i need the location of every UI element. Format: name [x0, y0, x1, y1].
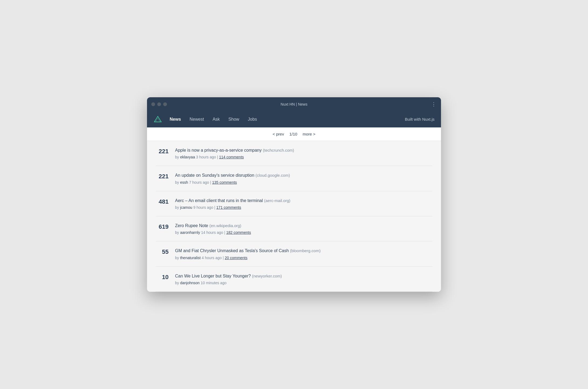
table-row: 55 GM and Fiat Chrysler Unmasked as Tesl… [156, 241, 432, 266]
browser-menu-icon[interactable]: ⋮ [431, 101, 437, 107]
news-author[interactable]: thenaturalist [180, 256, 201, 260]
logo[interactable] [153, 115, 162, 124]
news-body: Aerc – An email client that runs in the … [175, 198, 432, 210]
next-button[interactable]: more > [303, 132, 315, 136]
window-title: Nuxt HN | News [281, 102, 307, 106]
news-title-link[interactable]: An update on Sunday's service disruption [175, 173, 254, 178]
title-bar: Nuxt HN | News ⋮ [147, 97, 441, 111]
news-domain: (cloud.google.com) [255, 173, 290, 178]
nav-bar: News Newest Ask Show Jobs Built with Nux… [147, 111, 441, 127]
news-body: An update on Sunday's service disruption… [175, 172, 432, 184]
news-title-link[interactable]: Can We Live Longer but Stay Younger? [175, 274, 251, 278]
score: 221 [156, 147, 169, 155]
nav-links: News Newest Ask Show Jobs [170, 117, 257, 122]
score: 619 [156, 223, 169, 230]
news-body: GM and Fiat Chrysler Unmasked as Tesla's… [175, 248, 432, 260]
score: 221 [156, 172, 169, 180]
table-row: 481 Aerc – An email client that runs in … [156, 191, 432, 216]
news-title-link[interactable]: Apple is now a privacy-as-a-service comp… [175, 148, 262, 152]
news-meta: by eklavyaa 3 hours ago | 114 comments [175, 155, 432, 159]
svg-marker-0 [154, 116, 161, 122]
table-row: 619 Zero Rupee Note (en.wikipedia.org) b… [156, 216, 432, 241]
news-title: Apple is now a privacy-as-a-service comp… [175, 147, 432, 153]
news-domain: (bloomberg.com) [290, 248, 320, 253]
page-indicator: 1/10 [289, 132, 297, 136]
news-meta: by essh 7 hours ago | 135 comments [175, 180, 432, 185]
news-meta: by thenaturalist 4 hours ago | 20 commen… [175, 256, 432, 260]
table-row: 221 Apple is now a privacy-as-a-service … [156, 141, 432, 166]
news-author[interactable]: aaronharnly [180, 230, 200, 235]
nav-link-show[interactable]: Show [228, 117, 239, 122]
news-domain: (newyorker.com) [252, 274, 282, 278]
news-body: Zero Rupee Note (en.wikipedia.org) by aa… [175, 223, 432, 235]
table-row: 221 An update on Sunday's service disrup… [156, 166, 432, 191]
news-list: 221 Apple is now a privacy-as-a-service … [147, 141, 441, 292]
news-author[interactable]: danjohnson [180, 281, 200, 285]
logo-icon [153, 115, 162, 124]
score: 481 [156, 198, 169, 205]
score: 10 [156, 273, 169, 281]
news-title: Can We Live Longer but Stay Younger? (ne… [175, 273, 432, 279]
news-comments[interactable]: 135 comments [212, 180, 237, 185]
news-author[interactable]: jcamou [180, 205, 192, 210]
nav-link-news[interactable]: News [170, 117, 181, 122]
prev-button[interactable]: < prev [273, 132, 284, 136]
traffic-light-maximize[interactable] [163, 102, 167, 106]
news-comments[interactable]: 171 comments [216, 205, 241, 210]
news-meta: by jcamou 9 hours ago | 171 comments [175, 205, 432, 210]
news-author[interactable]: eklavyaa [180, 155, 195, 159]
news-comments[interactable]: 114 comments [219, 155, 244, 159]
news-domain: (en.wikipedia.org) [209, 223, 241, 228]
news-meta: by aaronharnly 14 hours ago | 182 commen… [175, 230, 432, 235]
nav-link-newest[interactable]: Newest [190, 117, 204, 122]
traffic-light-close[interactable] [151, 102, 155, 106]
news-domain: (techcrunch.com) [263, 148, 294, 152]
news-title-link[interactable]: Zero Rupee Note [175, 223, 208, 228]
news-meta: by danjohnson 10 minutes ago [175, 281, 432, 285]
news-author[interactable]: essh [180, 180, 188, 185]
news-body: Apple is now a privacy-as-a-service comp… [175, 147, 432, 159]
built-with-label: Built with Nuxt.js [405, 117, 435, 121]
news-title: Zero Rupee Note (en.wikipedia.org) [175, 223, 432, 229]
pagination-bar: < prev 1/10 more > [147, 127, 441, 141]
table-row: 10 Can We Live Longer but Stay Younger? … [156, 267, 432, 292]
news-body: Can We Live Longer but Stay Younger? (ne… [175, 273, 432, 285]
nav-link-jobs[interactable]: Jobs [248, 117, 257, 122]
traffic-lights [151, 102, 167, 106]
news-comments[interactable]: 182 comments [226, 230, 251, 235]
news-comments[interactable]: 20 comments [225, 256, 247, 260]
nav-link-ask[interactable]: Ask [213, 117, 220, 122]
score: 55 [156, 248, 169, 255]
news-title: GM and Fiat Chrysler Unmasked as Tesla's… [175, 248, 432, 254]
main-content: < prev 1/10 more > 221 Apple is now a pr… [147, 127, 441, 292]
traffic-light-minimize[interactable] [157, 102, 161, 106]
news-title-link[interactable]: Aerc – An email client that runs in the … [175, 198, 263, 203]
news-domain: (aerc-mail.org) [264, 198, 290, 203]
news-title: An update on Sunday's service disruption… [175, 172, 432, 178]
news-title: Aerc – An email client that runs in the … [175, 198, 432, 204]
browser-window: Nuxt HN | News ⋮ News Newest Ask Show Jo… [147, 97, 441, 292]
news-title-link[interactable]: GM and Fiat Chrysler Unmasked as Tesla's… [175, 248, 289, 253]
